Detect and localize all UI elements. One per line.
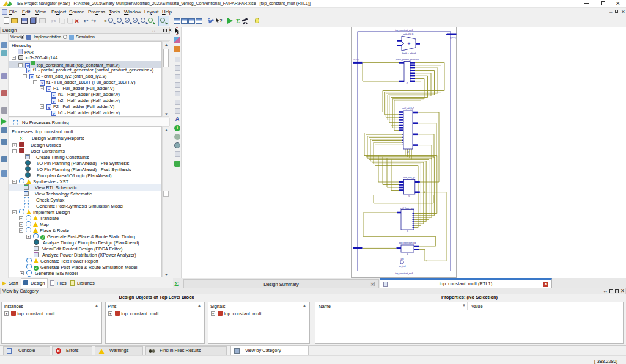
svg-text:cntrl_add_ly2: cntrl_add_ly2 — [402, 107, 414, 110]
svg-text:sign_extension_blk: sign_extension_blk — [399, 242, 416, 244]
svg-text:cntrl_add_ly1: cntrl_add_ly1 — [403, 177, 416, 179]
svg-text:a(17:0): a(17:0) — [353, 59, 359, 61]
svg-text:xor_inv1: xor_inv1 — [399, 265, 406, 268]
svg-text:cntrl_logic_oper: cntrl_logic_oper — [400, 207, 415, 209]
svg-text:t2: t2 — [407, 151, 409, 154]
svg-text:p(35:0): p(35:0) — [450, 37, 456, 39]
svg-text:+: + — [407, 41, 410, 47]
svg-text:top_constant_mult: top_constant_mult — [395, 272, 413, 275]
svg-text:partial_product_generator: partial_product_generator — [396, 59, 419, 61]
svg-text:t1: t1 — [407, 82, 408, 85]
svg-text:t3: t3 — [408, 195, 410, 197]
svg-text:and: and — [400, 258, 403, 260]
svg-text:adder2(0:1): adder2(0:1) — [403, 33, 413, 35]
svg-text:Madd_p_addsub: Madd_p_addsub — [402, 52, 416, 54]
svg-text:t4: t4 — [407, 253, 408, 255]
svg-text:top_constant_mult: top_constant_mult — [395, 29, 413, 32]
svg-text:t5: t5 — [407, 230, 408, 233]
